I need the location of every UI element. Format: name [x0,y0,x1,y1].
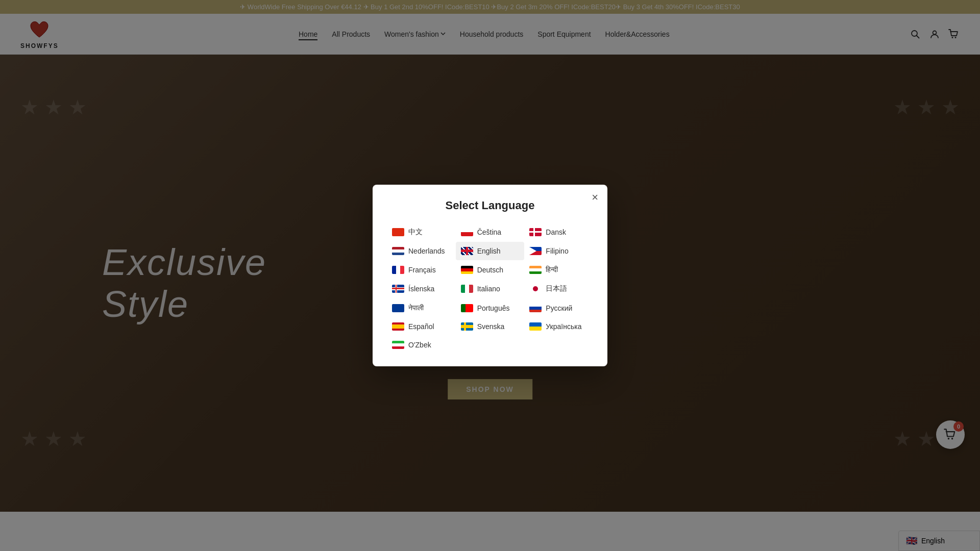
lang-label-es: Español [408,322,434,331]
language-modal: × Select Language 中文ČeštinaDanskNederlan… [373,185,607,366]
flag-it [461,285,473,293]
flag-es [392,322,404,331]
lang-option-fr[interactable]: Français [387,260,456,279]
lang-option-hi[interactable]: हिन्दी [524,260,593,279]
lang-label-de: Deutsch [477,266,503,274]
lang-option-uz[interactable]: O'Zbek [387,336,456,354]
lang-option-nl[interactable]: Nederlands [387,242,456,260]
lang-option-sv[interactable]: Svenska [456,317,525,336]
lang-label-it: Italiano [477,285,500,293]
lang-option-uk[interactable]: Українська [524,317,593,336]
lang-label-fil: Filipino [546,247,568,255]
lang-option-fil[interactable]: Filipino [524,242,593,260]
flag-da [529,228,542,236]
language-grid: 中文ČeštinaDanskNederlandsEnglishFilipinoF… [387,222,593,354]
lang-label-uk: Українська [546,322,581,331]
lang-label-da: Dansk [546,228,566,236]
flag-hi [529,266,542,274]
lang-label-fr: Français [408,266,436,274]
lang-option-ne[interactable]: नेपाली [387,298,456,317]
lang-label-hi: हिन्दी [546,265,558,274]
flag-sv [461,322,473,331]
flag-ne [392,304,404,312]
lang-label-is: Íslenska [408,285,434,293]
lang-label-sv: Svenska [477,322,505,331]
flag-ja [529,285,542,293]
lang-option-is[interactable]: Íslenska [387,279,456,298]
flag-uz [392,341,404,349]
flag-en [461,247,473,255]
lang-option-ru[interactable]: Русский [524,298,593,317]
modal-title: Select Language [387,199,593,212]
lang-option-de[interactable]: Deutsch [456,260,525,279]
lang-option-pt[interactable]: Português [456,298,525,317]
lang-label-nl: Nederlands [408,247,445,255]
lang-option-en[interactable]: English [456,242,525,260]
flag-fr [392,266,404,274]
lang-label-cs: Čeština [477,228,501,236]
flag-is [392,285,404,293]
lang-label-ru: Русский [546,304,572,312]
flag-nl [392,247,404,255]
lang-label-uz: O'Zbek [408,341,431,349]
lang-option-zh[interactable]: 中文 [387,222,456,242]
flag-zh [392,228,404,236]
lang-label-ne: नेपाली [408,304,424,312]
flag-pt [461,304,473,312]
lang-option-es[interactable]: Español [387,317,456,336]
modal-close-button[interactable]: × [592,192,598,203]
flag-de [461,266,473,274]
lang-option-da[interactable]: Dansk [524,222,593,242]
lang-option-it[interactable]: Italiano [456,279,525,298]
lang-label-zh: 中文 [408,228,423,237]
lang-label-pt: Português [477,304,510,312]
modal-overlay[interactable]: × Select Language 中文ČeštinaDanskNederlan… [0,0,980,551]
flag-ru [529,304,542,312]
lang-label-en: English [477,247,501,255]
lang-label-ja: 日本語 [546,284,567,293]
lang-option-ja[interactable]: 日本語 [524,279,593,298]
flag-uk [529,322,542,331]
flag-cs [461,228,473,236]
flag-fil [529,247,542,255]
lang-option-cs[interactable]: Čeština [456,222,525,242]
